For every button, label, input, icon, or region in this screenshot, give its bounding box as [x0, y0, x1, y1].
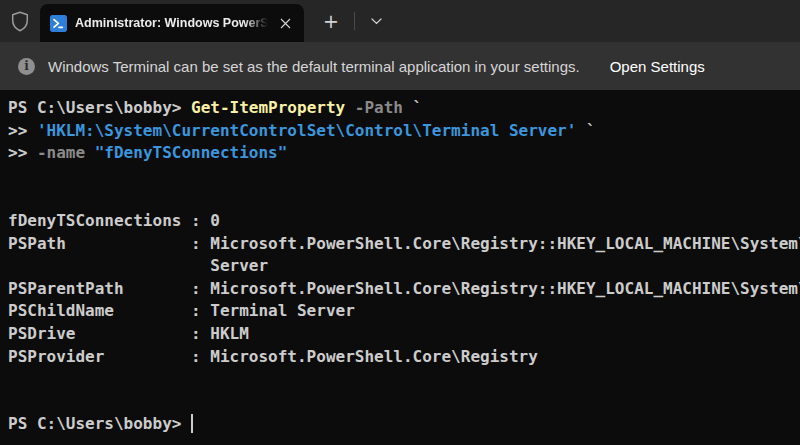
terminal-line: PSChildName : Terminal Server	[8, 301, 800, 324]
new-tab-button[interactable]: +	[318, 8, 344, 34]
terminal-line: PSPath : Microsoft.PowerShell.Core\Regis…	[8, 234, 800, 257]
open-settings-link[interactable]: Open Settings	[610, 58, 705, 75]
tab-dropdown-button[interactable]	[363, 8, 389, 34]
terminal-line: PSParentPath : Microsoft.PowerShell.Core…	[8, 279, 800, 302]
terminal-output[interactable]: PS C:\Users\bobby> Get-ItemProperty -Pat…	[0, 90, 800, 445]
terminal-text-param: -name	[37, 143, 85, 162]
terminal-text-str: "fDenyTSConnections"	[95, 143, 288, 162]
tab-title: Administrator: Windows PowerShell	[75, 16, 272, 30]
terminal-line	[8, 188, 800, 211]
terminal-line	[8, 166, 800, 189]
tabbar-separator	[354, 12, 355, 30]
terminal-line: PSProvider : Microsoft.PowerShell.Core\R…	[8, 347, 800, 370]
text-cursor	[191, 414, 193, 433]
terminal-line: Server	[8, 256, 800, 279]
info-icon: i	[18, 58, 35, 75]
terminal-line: fDenyTSConnections : 0	[8, 211, 800, 234]
terminal-text-str: 'HKLM:\System\CurrentControlSet\Control\…	[37, 121, 576, 140]
terminal-line: >> -name "fDenyTSConnections"	[8, 143, 800, 166]
terminal-line: PSDrive : HKLM	[8, 324, 800, 347]
tab-bar: Administrator: Windows PowerShell +	[0, 0, 800, 42]
terminal-text-param: -Path	[355, 98, 403, 117]
terminal-text-cmd: Get-ItemProperty	[191, 98, 345, 117]
tab-close-icon[interactable]	[272, 10, 298, 36]
terminal-line	[8, 369, 800, 392]
terminal-line: >> 'HKLM:\System\CurrentControlSet\Contr…	[8, 121, 800, 144]
tab-administrator-powershell[interactable]: Administrator: Windows PowerShell	[40, 4, 304, 42]
default-terminal-banner: i Windows Terminal can be set as the def…	[0, 42, 800, 90]
admin-shield-icon	[0, 11, 40, 32]
powershell-icon	[50, 15, 67, 32]
terminal-line	[8, 392, 800, 415]
terminal-line: PS C:\Users\bobby> Get-ItemProperty -Pat…	[8, 98, 800, 121]
terminal-line: PS C:\Users\bobby>	[8, 414, 800, 437]
banner-message: Windows Terminal can be set as the defau…	[48, 58, 580, 75]
